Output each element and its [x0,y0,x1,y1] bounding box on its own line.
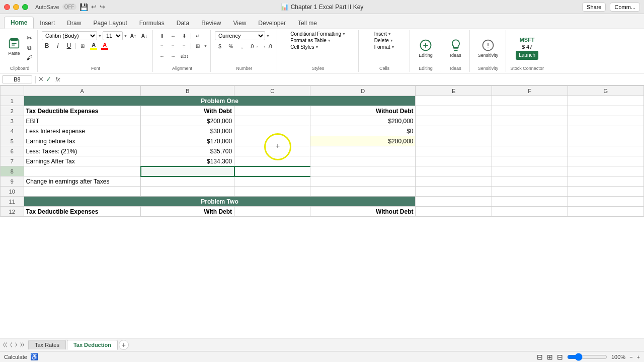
indent-decrease-button[interactable]: ← [157,51,167,60]
save-icon[interactable]: 💾 [79,3,88,11]
cell-c2[interactable] [234,106,310,116]
cell-a4[interactable]: Less Interest expense [24,126,141,136]
cell-e6[interactable] [416,146,492,156]
format-button[interactable]: Format ▼ [374,44,395,50]
cell-b3[interactable]: $200,000 [141,116,234,126]
next-sheet-button[interactable]: ⟩ [14,341,18,348]
cell-d3[interactable]: $200,000 [310,116,416,126]
tab-draw[interactable]: Draw [61,18,87,29]
last-sheet-button[interactable]: ⟩⟩ [19,341,25,348]
cell-a6[interactable]: Less: Taxes: (21%) [24,146,141,156]
cell-a3[interactable]: EBIT [24,116,141,126]
cell-d12[interactable]: Without Debt [310,207,416,217]
cell-d2[interactable]: Without Debt [310,106,416,116]
cell-f7[interactable] [492,156,568,166]
cell-a5[interactable]: Earning before tax [24,136,141,146]
border-button[interactable]: ⊞ [77,41,88,50]
paste-button[interactable]: Paste [5,31,23,61]
cell-b2[interactable]: With Debt [141,106,234,116]
page-layout-view-button[interactable]: ⊞ [547,353,553,361]
orientation-button[interactable]: ab↕ [179,51,190,60]
minimize-button[interactable] [13,4,19,10]
cell-g7[interactable] [568,156,643,166]
conditional-formatting-button[interactable]: Conditional Formatting ▼ [290,31,346,37]
sheet-tab-tax-deduction[interactable]: Tax Deduction [67,340,118,350]
col-header-b[interactable]: B [141,86,234,96]
tab-home[interactable]: Home [4,17,34,29]
col-header-d[interactable]: D [310,86,416,96]
align-right-button[interactable]: ≡ [179,41,189,50]
cell-g6[interactable] [568,146,643,156]
cell-a12[interactable]: Tax Deductible Expenses [24,207,141,217]
col-header-c[interactable]: C [234,86,310,96]
col-header-g[interactable]: G [568,86,643,96]
cell-b9[interactable] [141,176,234,187]
align-bottom-button[interactable]: ⬇ [179,31,189,40]
sheet-tab-tax-rates[interactable]: Tax Rates [28,340,66,349]
cell-d10[interactable] [310,187,416,197]
tab-formulas[interactable]: Formulas [133,18,171,29]
cell-a11[interactable]: Problem Two [24,197,416,207]
prev-sheet-button[interactable]: ⟨ [9,341,13,348]
number-format-select[interactable]: Currency General Number Percentage [215,31,265,40]
cell-d8[interactable] [310,166,416,176]
cell-e10[interactable] [416,187,492,197]
delete-button[interactable]: Delete ▼ [374,38,393,43]
cell-b5[interactable]: $170,000 [141,136,234,146]
cell-b6[interactable]: $35,700 [141,146,234,156]
cell-f4[interactable] [492,126,568,136]
cell-e9[interactable] [416,176,492,187]
tab-review[interactable]: Review [195,18,227,29]
normal-view-button[interactable]: ⊟ [537,353,543,361]
cell-g5[interactable] [568,136,643,146]
cell-d6[interactable] [310,146,416,156]
cell-b4[interactable]: $30,000 [141,126,234,136]
cell-e4[interactable] [416,126,492,136]
first-sheet-button[interactable]: ⟨⟨ [2,341,8,348]
cell-f11[interactable] [492,197,568,207]
currency-button[interactable]: $ [215,42,225,51]
align-left-button[interactable]: ≡ [157,41,167,50]
cell-a2[interactable]: Tax Deductible Expenses [24,106,141,116]
cell-d5[interactable]: $200,000 [310,136,416,146]
format-as-table-button[interactable]: Format as Table ▼ [290,38,331,43]
cell-a9[interactable]: Change in earnings after Taxes [24,176,141,187]
launch-button[interactable]: Launch [516,51,538,60]
sensitivity-button[interactable]: Sensitivity [476,33,501,63]
cell-a1[interactable]: Problem One [24,96,416,106]
font-name-select[interactable]: Calibri (Body) [42,31,97,40]
cell-reference[interactable] [2,75,32,83]
confirm-icon[interactable]: ✓ [46,75,51,83]
cell-d7[interactable] [310,156,416,166]
cell-f3[interactable] [492,116,568,126]
cell-g12[interactable] [568,207,643,217]
bold-button[interactable]: B [42,41,52,50]
italic-button[interactable]: I [53,41,63,50]
editing-button[interactable]: Editing [417,33,435,63]
cell-f2[interactable] [492,106,568,116]
ideas-button[interactable]: Ideas [447,33,465,63]
cell-g4[interactable] [568,126,643,136]
increase-font-button[interactable]: A↑ [128,31,138,40]
cell-f6[interactable] [492,146,568,156]
cell-f12[interactable] [492,207,568,217]
add-sheet-button[interactable]: + [119,340,129,350]
underline-button[interactable]: U [64,41,74,50]
decrease-font-button[interactable]: A↓ [139,31,149,40]
format-painter-button[interactable]: 🖌 [24,53,34,62]
cell-b10[interactable] [141,187,234,197]
cell-e2[interactable] [416,106,492,116]
zoom-in-button[interactable]: + [637,354,640,360]
cell-d9[interactable] [310,176,416,187]
cell-a7[interactable]: Earnings After Tax [24,156,141,166]
tab-insert[interactable]: Insert [34,18,61,29]
cell-e1[interactable] [416,96,492,106]
cell-a10[interactable] [24,187,141,197]
tab-tell-me[interactable]: Tell me [292,18,323,29]
percent-button[interactable]: % [226,42,236,51]
col-header-a[interactable]: A [24,86,141,96]
cell-f8[interactable] [492,166,568,176]
share-button[interactable]: Share [582,3,606,12]
font-size-select[interactable]: 11 [103,31,123,40]
tab-view[interactable]: View [227,18,253,29]
